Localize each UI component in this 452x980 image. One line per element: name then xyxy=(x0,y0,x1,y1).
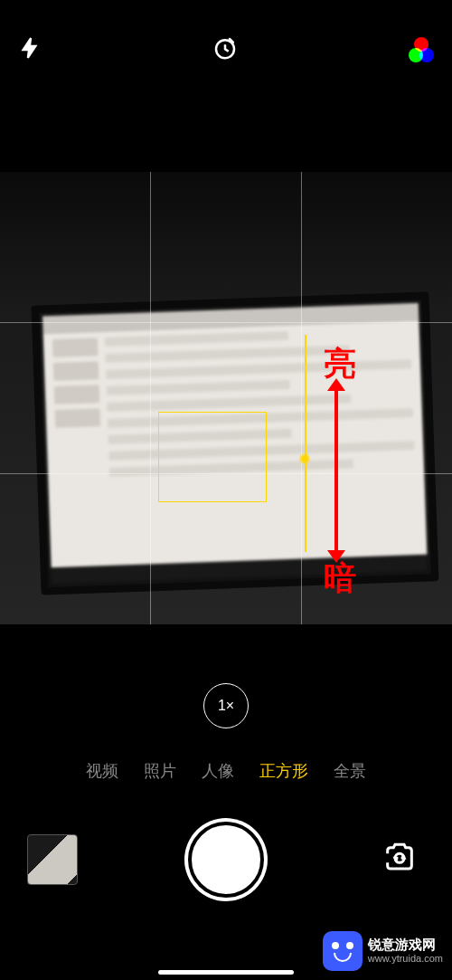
mode-square[interactable]: 正方形 xyxy=(259,760,308,782)
grid-line xyxy=(301,172,302,624)
zoom-button[interactable]: 1× xyxy=(203,683,249,728)
camera-viewfinder[interactable]: 亮 暗 xyxy=(0,172,452,624)
grid-line xyxy=(150,172,151,624)
annotation-dark: 暗 xyxy=(324,557,356,601)
focus-box[interactable] xyxy=(158,412,267,502)
shutter-button[interactable] xyxy=(188,822,264,898)
grid-line xyxy=(0,322,452,323)
switch-camera-button[interactable] xyxy=(374,834,425,885)
bottom-controls xyxy=(0,805,452,914)
mode-portrait[interactable]: 人像 xyxy=(202,760,234,782)
annotation-arrow xyxy=(334,389,338,552)
mode-selector[interactable]: 视频 照片 人像 正方形 全景 xyxy=(0,760,452,782)
last-photo-thumbnail[interactable] xyxy=(27,834,78,885)
watermark-logo xyxy=(323,931,363,971)
mode-pano[interactable]: 全景 xyxy=(334,760,366,782)
watermark-title: 锐意游戏网 xyxy=(368,937,443,953)
zoom-level-label: 1× xyxy=(218,698,234,714)
mode-photo[interactable]: 照片 xyxy=(144,760,176,782)
flash-icon[interactable] xyxy=(18,36,42,63)
filter-icon[interactable] xyxy=(409,37,434,62)
home-indicator[interactable] xyxy=(158,970,294,975)
top-toolbar xyxy=(0,0,452,100)
exposure-slider-track[interactable] xyxy=(305,335,306,552)
watermark: 锐意游戏网 www.ytruida.com xyxy=(323,931,443,971)
exposure-sun-icon[interactable] xyxy=(298,452,311,465)
watermark-url: www.ytruida.com xyxy=(368,953,443,965)
mode-video[interactable]: 视频 xyxy=(86,760,118,782)
timer-icon[interactable] xyxy=(212,34,239,65)
